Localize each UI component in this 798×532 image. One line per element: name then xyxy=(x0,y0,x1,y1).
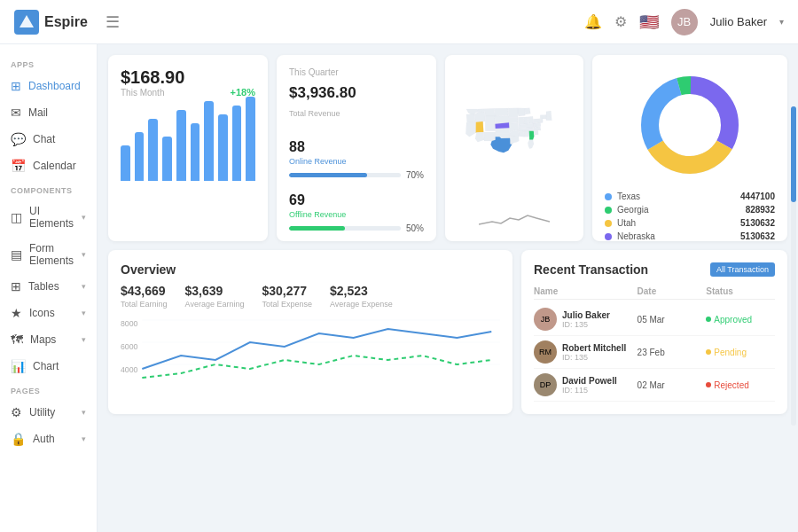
metric1-pct: 70% xyxy=(406,170,424,180)
stat-label: Average Earning xyxy=(185,300,245,309)
legend-dot-utah xyxy=(605,220,612,227)
nav-icons: 🔔 ⚙ 🇺🇸 JB Julio Baker ▾ xyxy=(584,9,784,35)
bar-7 xyxy=(218,114,228,181)
legend-val-georgia: 828932 xyxy=(746,205,775,215)
sidebar: APPS ⊞ Dashboard ✉ Mail 💬 Chat 📅 Calenda… xyxy=(0,44,98,532)
trans-id: ID: 135 xyxy=(562,353,626,362)
user-name[interactable]: Julio Baker xyxy=(710,15,767,28)
legend-item-texas: Texas 4447100 xyxy=(605,192,775,201)
bar-9 xyxy=(246,97,255,181)
sidebar-label-ui-elements: UI Elements xyxy=(29,205,74,230)
stat-average-earning: $3,639 Average Earning xyxy=(185,284,245,309)
metric2-label: Offline Revenue xyxy=(289,210,424,219)
sidebar-arrow-icons: ▾ xyxy=(82,309,86,317)
metric2-bar xyxy=(289,226,345,231)
table-row: RM Robert Mitchell ID: 135 23 Feb Pendin… xyxy=(534,336,775,369)
col-status: Status xyxy=(706,286,775,296)
sidebar-icon-mail: ✉ xyxy=(11,106,21,120)
overview-title: Overview xyxy=(121,262,500,277)
trans-avatar: DP xyxy=(534,373,557,396)
trans-name: Julio Baker xyxy=(562,310,610,320)
flag-icon[interactable]: 🇺🇸 xyxy=(639,12,659,32)
sidebar-item-chart[interactable]: 📊 Chart xyxy=(0,353,97,379)
trans-id: ID: 135 xyxy=(562,320,610,329)
revenue-label: This Month xyxy=(121,88,184,98)
sidebar-item-mail[interactable]: ✉ Mail xyxy=(0,99,97,126)
main-content: $168.90 This Month +18% This Quarter $3,… xyxy=(98,44,798,532)
revenue-card: $168.90 This Month +18% xyxy=(108,55,268,241)
quarter-label: This Quarter xyxy=(289,67,424,77)
sidebar-item-form-elements[interactable]: ▤ Form Elements ▾ xyxy=(0,236,97,273)
sidebar-label-dashboard: Dashboard xyxy=(28,80,86,92)
donut-card: Texas 4447100 Georgia 828932 Utah 513063… xyxy=(592,55,787,241)
metric2-pct: 50% xyxy=(406,223,424,233)
metric1-label: Online Revenue xyxy=(289,157,424,166)
sidebar-icon-chart: 📊 xyxy=(11,359,26,373)
bar-4 xyxy=(176,110,186,181)
legend-val-utah: 5130632 xyxy=(740,218,775,228)
donut-container xyxy=(605,67,775,183)
bar-8 xyxy=(232,106,242,181)
trans-name: David Powell xyxy=(562,376,617,386)
trans-name: Robert Mitchell xyxy=(562,343,626,353)
table-row: DP David Powell ID: 115 02 Mar Rejected xyxy=(534,369,775,402)
stat-total-earning: $43,669 Total Earning xyxy=(121,284,168,309)
sidebar-icon-auth: 🔒 xyxy=(11,432,26,446)
sidebar-item-auth[interactable]: 🔒 Auth ▾ xyxy=(0,426,97,452)
sidebar-item-dashboard[interactable]: ⊞ Dashboard xyxy=(0,73,97,99)
legend-item-georgia: Georgia 828932 xyxy=(605,205,775,215)
sidebar-icon-ui-elements: ◫ xyxy=(11,210,22,224)
donut-legend: Texas 4447100 Georgia 828932 Utah 513063… xyxy=(605,192,775,241)
quarter-amount: $3,936.80 xyxy=(289,84,424,102)
status-dot xyxy=(706,382,711,387)
all-transactions-btn[interactable]: All Transaction xyxy=(710,262,775,277)
menu-toggle[interactable]: ☰ xyxy=(106,12,120,32)
trans-avatar: JB xyxy=(534,308,557,331)
sidebar-label-auth: Auth xyxy=(33,433,74,445)
trans-title: Recent Transaction xyxy=(534,262,648,277)
trans-status: Approved xyxy=(706,315,775,325)
sidebar-icon-form-elements: ▤ xyxy=(11,247,22,262)
sidebar-section-label: APPS xyxy=(0,53,97,73)
sidebar-arrow-form-elements: ▾ xyxy=(82,250,86,259)
sidebar-item-calendar[interactable]: 📅 Calendar xyxy=(0,153,97,179)
sidebar-label-chat: Chat xyxy=(33,133,86,145)
map-card xyxy=(445,55,583,241)
bell-icon[interactable]: 🔔 xyxy=(584,13,602,30)
stat-total-expense: $30,277 Total Expense xyxy=(262,284,312,309)
bar-1 xyxy=(135,132,145,181)
table-row: JB Julio Baker ID: 135 05 Mar Approved xyxy=(534,303,775,336)
sidebar-label-icons: Icons xyxy=(29,307,74,319)
svg-text:4000: 4000 xyxy=(121,365,138,374)
settings-icon[interactable]: ⚙ xyxy=(614,13,627,30)
legend-val-texas: 4447100 xyxy=(740,192,775,201)
sidebar-section-label: COMPONENTS xyxy=(0,179,97,199)
sidebar-item-chat[interactable]: 💬 Chat xyxy=(0,126,97,153)
legend-dot-nebraska xyxy=(605,233,612,240)
trans-rows: JB Julio Baker ID: 135 05 Mar Approved R… xyxy=(534,303,775,402)
legend-item-nebraska: Nebraska 5130632 xyxy=(605,231,775,241)
logo-icon xyxy=(14,10,39,35)
trans-status: Pending xyxy=(706,348,775,357)
sidebar-item-utility[interactable]: ⚙ Utility ▾ xyxy=(0,399,97,426)
user-dropdown-icon[interactable]: ▾ xyxy=(779,17,784,27)
stat-label: Total Expense xyxy=(262,300,312,309)
trans-status: Rejected xyxy=(706,380,775,390)
trans-date: 05 Mar xyxy=(638,315,707,325)
app-name: Espire xyxy=(44,14,88,30)
sidebar-icon-tables: ⊞ xyxy=(11,279,21,293)
status-text: Rejected xyxy=(714,380,748,390)
bar-5 xyxy=(191,123,200,181)
sidebar-item-maps[interactable]: 🗺 Maps ▾ xyxy=(0,326,97,353)
sidebar-label-tables: Tables xyxy=(28,280,74,293)
quarter-sublabel: Total Revenue xyxy=(289,109,424,118)
legend-val-nebraska: 5130632 xyxy=(740,231,775,241)
sidebar-icon-chat: 💬 xyxy=(11,132,26,146)
legend-name-texas: Texas xyxy=(617,192,735,201)
sidebar-item-ui-elements[interactable]: ◫ UI Elements ▾ xyxy=(0,199,97,236)
sidebar-icon-utility: ⚙ xyxy=(11,405,22,419)
bar-3 xyxy=(162,137,172,181)
sidebar-item-icons[interactable]: ★ Icons ▾ xyxy=(0,300,97,326)
sidebar-item-tables[interactable]: ⊞ Tables ▾ xyxy=(0,273,97,300)
metric1-num: 88 xyxy=(289,139,424,155)
